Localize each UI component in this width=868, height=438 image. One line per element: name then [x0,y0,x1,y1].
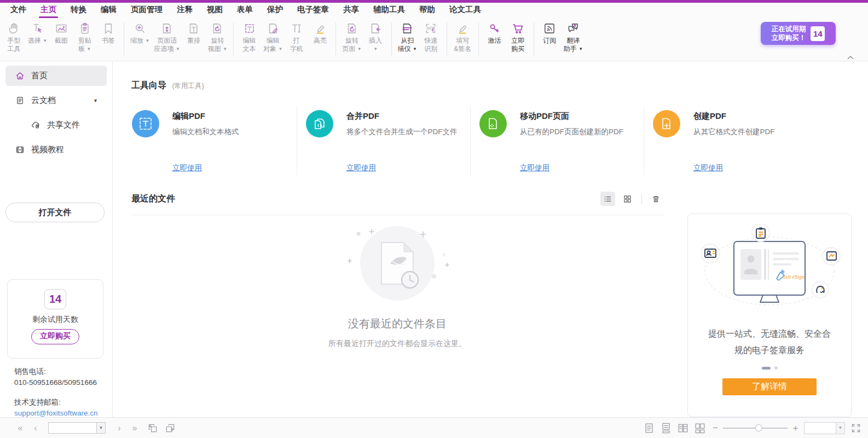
recent-files-header: 最近的文件 [131,192,663,206]
ribbon-button-fill-sign[interactable]: 填写&签名 [451,20,474,60]
ribbon-button-typewriter[interactable]: 打字机 [285,20,308,60]
ribbon-group: 编辑文本编辑对象 ▼打字机高亮 [238,20,332,60]
ribbon-button-quick-ocr[interactable]: OCR快速识别 [419,20,443,60]
chevron-down-icon[interactable]: ▼ [93,98,98,103]
use-now-link[interactable]: 立即使用 [693,163,723,173]
last-page-button[interactable]: » [128,423,141,433]
use-now-link[interactable]: 立即使用 [172,163,202,173]
carousel-dot-active[interactable] [762,367,771,370]
ribbon-button-rotate-pages[interactable]: 旋转页面 ▼ [340,20,363,60]
sidebar-item-cloud-docs[interactable]: 云文档▼ [5,90,107,111]
menu-item-esign[interactable]: 电子签章 [290,2,336,18]
menu-item-paper-tools[interactable]: 论文工具 [442,2,488,18]
ocr-icon: OCR [424,21,438,36]
menu-item-share[interactable]: 共享 [336,2,366,18]
recent-view-tools [600,192,663,206]
menu-item-protect[interactable]: 保护 [260,2,290,18]
ribbon-button-from-scanner[interactable]: 从扫描仪 ▼ [396,20,419,60]
previous-page-button[interactable]: ‹ [28,423,42,433]
sidebar-item-home[interactable]: 首页 [5,66,107,86]
open-file-button[interactable]: 打开文件 [5,203,105,222]
page-dropdown-icon[interactable]: ▼ [96,422,106,434]
next-page-button[interactable]: › [112,423,125,433]
ribbon-button-buy-now[interactable]: 立即购买 [506,20,530,60]
status-bar: « ‹ ▼ › » [0,417,868,438]
ribbon-button-translate-assistant[interactable]: A翻译助手 ▼ [562,20,585,60]
clear-recent-trash-button[interactable] [649,192,663,206]
zoom-level-input[interactable] [804,422,836,434]
menu-item-page-organize[interactable]: 页面管理 [124,2,170,18]
ribbon-button-hand-tool[interactable]: 手型工具 [2,20,26,60]
ribbon-button-activate[interactable]: 激活 [483,20,506,60]
menu-item-view[interactable]: 视图 [200,2,230,18]
ribbon-button-rotate-view[interactable]: 旋转视图 ▼ [206,20,229,60]
menu-item-convert[interactable]: 转换 [63,2,94,18]
fullscreen-icon[interactable] [850,423,861,434]
zoom-slider[interactable] [723,428,788,429]
ribbon-button-fit-page-options[interactable]: 页面适应选项 ▼ [152,20,182,60]
zoom-out-button[interactable]: − [711,423,720,434]
ribbon-button-bookmark[interactable]: 书签 [96,20,120,60]
menu-item-form[interactable]: 表单 [230,2,260,18]
ribbon-separator [447,22,447,55]
list-view-button[interactable] [600,192,615,206]
page-number-box: ▼ [48,422,106,434]
rotate-view-icon [210,21,224,36]
esign-illustration: Foxit eSign [687,224,852,318]
ribbon-button-highlight[interactable]: 高亮 [308,20,332,60]
tool-card-combine-pdf: 合并PDF将多个文件合并生成一个PDF文件立即使用 [297,107,470,175]
zoom-slider-knob[interactable] [755,424,762,431]
sidebar-item-shared-files[interactable]: 共享文件 [5,115,107,135]
esign-promo-text: 提供一站式、无缝流畅、安全合 规的电子签章服务 [708,326,831,359]
ribbon-button-snapshot[interactable]: 截图 [49,20,73,60]
use-now-link[interactable]: 立即使用 [520,163,549,173]
zoom-level-box: ▼ [804,422,845,434]
facing-continuous-view-button[interactable] [694,422,706,434]
menu-bar: 文件主页转换编辑页面管理注释视图表单保护电子签章共享辅助工具帮助论文工具 [0,3,868,18]
clipboard-icon [78,21,92,36]
menu-item-home[interactable]: 主页 [33,2,63,18]
menu-item-edit[interactable]: 编辑 [94,2,124,18]
tool-card-title: 编辑PDF [172,111,291,122]
svg-text:A: A [574,24,576,27]
learn-more-button[interactable]: 了解详情 [722,378,817,395]
use-now-link[interactable]: 立即使用 [346,163,376,173]
support-email-link[interactable]: support@foxitsoftware.cn [14,409,98,417]
zoom-in-button[interactable]: ＋ [791,422,800,434]
sidebar: 首页云文档▼共享文件视频教程 打开文件 14 剩余试用天数 立即购买 销售电话:… [0,61,113,417]
zoom-dropdown-icon[interactable]: ▼ [836,422,845,434]
sidebar-item-video-tutorials[interactable]: 视频教程 [5,140,107,160]
trial-days-label: 剩余试用天数 [32,315,78,325]
video-icon [15,145,25,155]
ribbon-button-subscribe[interactable]: 订阅 [538,20,562,60]
ribbon-button-clipboard[interactable]: 剪贴板 ▼ [73,20,96,60]
carousel-dots [762,366,778,370]
grid-view-button[interactable] [620,192,635,206]
ribbon-button-edit-object[interactable]: 编辑对象 ▼ [261,20,285,60]
combine-pdf-icon [306,110,333,137]
reflow-icon [187,21,201,36]
trial-days-count: 14 [44,289,66,309]
continuous-view-button[interactable] [660,422,672,434]
collapse-ribbon-icon[interactable] [846,53,855,60]
carousel-dot[interactable] [774,366,778,370]
ribbon-button-reflow[interactable]: 重排 [182,20,206,60]
ribbon-separator [478,22,479,55]
trial-badge-button[interactable]: 正在试用期 立即购买！ 14 [761,22,836,45]
ribbon-button-edit-text[interactable]: 编辑文本 [238,20,261,60]
facing-view-button[interactable] [677,422,689,434]
page-number-input[interactable] [48,422,96,434]
menu-item-accessibility[interactable]: 辅助工具 [366,2,412,18]
menu-item-file[interactable]: 文件 [3,2,33,18]
ribbon-button-select[interactable]: 选择 ▼ [26,20,49,60]
ribbon-button-zoom[interactable]: 缩放 ▼ [128,20,152,60]
first-page-button[interactable]: « [13,423,26,433]
ribbon-button-insert[interactable]: 插入▼ [364,20,387,60]
previous-view-icon[interactable] [147,423,158,434]
next-view-icon[interactable] [165,423,176,434]
activate-icon [487,21,501,36]
menu-item-help[interactable]: 帮助 [412,2,442,18]
buy-now-pill-button[interactable]: 立即购买 [31,329,79,344]
single-page-view-button[interactable] [643,422,655,434]
menu-item-comment[interactable]: 注释 [170,2,200,18]
